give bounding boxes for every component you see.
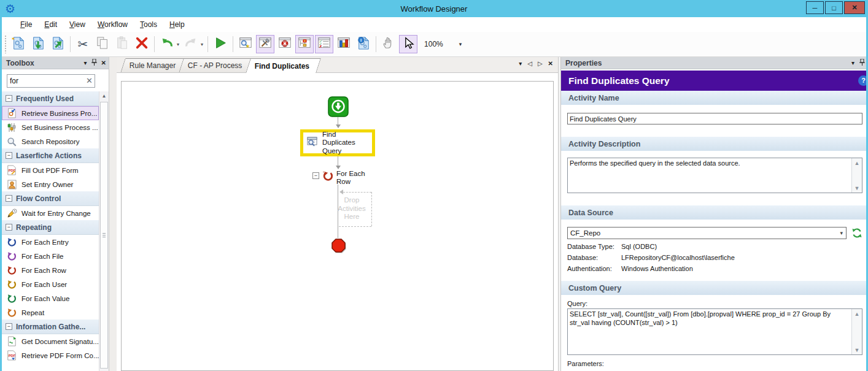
toolbar-grip[interactable] (4, 35, 7, 53)
for-each-row-node[interactable]: − For Each Row (312, 170, 365, 186)
toolbox-section-frequently-used[interactable]: −Frequently Used (2, 91, 99, 106)
undo-button-dropdown-icon[interactable]: ▾ (177, 42, 179, 47)
toolbox-item-get-document-signatu[interactable]: Get Document Signatu... (2, 334, 99, 348)
statistics-button[interactable] (335, 35, 353, 53)
cut-button[interactable]: ✂ (74, 35, 92, 53)
connector-arrow (336, 166, 341, 169)
start-node[interactable] (328, 96, 349, 120)
minimize-button[interactable]: ─ (806, 1, 824, 14)
find-duplicates-query-node[interactable]: Find Duplicates Query (300, 129, 375, 156)
run-icon (214, 36, 227, 52)
toolbox-section-repeating[interactable]: −Repeating (2, 220, 99, 235)
redo-button-dropdown-icon[interactable]: ▾ (201, 42, 203, 47)
collapse-icon[interactable]: − (6, 224, 12, 231)
toolbox-pin-icon[interactable] (91, 59, 97, 67)
toolbox-item-set-entry-owner[interactable]: Set Entry Owner (2, 177, 99, 191)
workflow-info-button[interactable]: i (354, 35, 373, 53)
search-button[interactable]: ★ (236, 35, 255, 53)
menu-file[interactable]: File (14, 18, 38, 31)
copy-button[interactable] (93, 35, 112, 53)
collapse-icon[interactable]: − (6, 323, 12, 330)
toolbox-item-fill-out-pdf-form[interactable]: PDFFill Out PDF Form (2, 163, 99, 177)
tab-cf-ap-process[interactable]: CF - AP Process (179, 58, 254, 72)
select-button[interactable] (399, 35, 417, 53)
data-source-select[interactable]: CF_Repo ▾ (567, 227, 847, 239)
tab-list-dropdown-icon[interactable]: ▾ (519, 60, 522, 67)
toolbox-section-laserfiche-actions[interactable]: −Laserfiche Actions (2, 148, 99, 163)
workflow-canvas[interactable]: Find Duplicates Query − (121, 81, 554, 371)
properties-dropdown-icon[interactable]: ▾ (851, 59, 854, 66)
toolbox-item-repeat[interactable]: Repeat (2, 305, 99, 319)
toolbox-dropdown-icon[interactable]: ▾ (84, 59, 87, 66)
scroll-down-icon[interactable]: ▼ (852, 345, 862, 354)
loop-red-icon (322, 170, 333, 184)
toolbox-close-icon[interactable]: ✕ (101, 59, 106, 66)
toolbox-item-for-each-row[interactable]: For Each Row (2, 263, 99, 277)
drop-activities-placeholder[interactable]: Drop Activities Here (324, 196, 379, 221)
tab-rule-manager[interactable]: Rule Manager (120, 58, 187, 72)
search-clear-icon[interactable]: ✕ (86, 76, 93, 85)
redo-button[interactable] (182, 35, 200, 53)
tab-close-icon[interactable]: ✕ (548, 60, 553, 67)
delete-button[interactable] (133, 35, 151, 53)
zoom-level[interactable]: 100% (424, 40, 443, 48)
collapse-icon[interactable]: − (6, 195, 12, 202)
scrollbar-thumb[interactable] (100, 102, 108, 369)
copy-icon (96, 36, 109, 52)
export-workflow-button[interactable] (48, 35, 67, 53)
menu-help[interactable]: Help (163, 18, 191, 31)
checklist-button[interactable]: ✓✓✗ (315, 35, 333, 53)
tab-scroll-right-icon[interactable]: ▷ (538, 60, 543, 67)
help-icon[interactable]: ? (858, 75, 866, 86)
menu-tools[interactable]: Tools (134, 18, 163, 31)
delete-icon (135, 36, 149, 52)
undo-button[interactable] (158, 35, 176, 53)
menu-workflow[interactable]: Workflow (91, 18, 134, 31)
toolbox-item-search-repository[interactable]: Search Repository (2, 134, 99, 148)
scroll-up-icon[interactable]: ▲ (852, 309, 862, 318)
close-button[interactable]: ✕ (844, 1, 865, 14)
tab-scroll-left-icon[interactable]: ◁ (527, 60, 532, 67)
toolbox-item-for-each-file[interactable]: For Each File (2, 249, 99, 263)
collapse-icon[interactable]: − (6, 95, 12, 102)
collapse-icon[interactable]: − (312, 172, 319, 179)
toolbox-section-flow-control[interactable]: −Flow Control (2, 191, 99, 206)
scroll-up-icon[interactable]: ▲ (852, 158, 862, 167)
collapse-icon[interactable]: − (6, 152, 12, 159)
toolbox-item-set-business-process[interactable]: Set Business Process ... (2, 120, 99, 134)
toolbox-item-retrieve-pdf-form-co[interactable]: PDFRetrieve PDF Form Co... (2, 348, 99, 362)
textarea-scrollbar[interactable]: ▲ ▼ (851, 158, 862, 193)
data-source-database-type: Database Type:Sql (ODBC) (567, 243, 866, 250)
toolbox-item-for-each-user[interactable]: For Each User (2, 277, 99, 291)
properties-pin-icon[interactable] (859, 59, 865, 67)
import-workflow-button[interactable] (29, 35, 47, 53)
run-button[interactable] (211, 35, 230, 53)
search-repository-icon (6, 136, 17, 147)
errors-button[interactable] (276, 35, 294, 53)
textarea-scrollbar[interactable]: ▲ ▼ (851, 309, 862, 354)
toolbox-scrollbar[interactable]: ▲ (99, 91, 109, 371)
refresh-icon[interactable] (851, 228, 862, 239)
paste-button[interactable] (113, 35, 131, 53)
toolbox-item-wait-for-entry-change[interactable]: Wait for Entry Change (2, 206, 99, 220)
query-textarea[interactable]: SELECT [str_val], Count([str_val]) From … (567, 308, 862, 355)
toolbox-search-input[interactable] (7, 75, 95, 87)
end-node[interactable] (330, 237, 347, 257)
pan-button[interactable] (379, 35, 398, 53)
toolbox-item-for-each-entry[interactable]: For Each Entry (2, 235, 99, 249)
maximize-button[interactable]: □ (825, 1, 843, 14)
new-workflow-button[interactable]: ✶ (9, 35, 28, 53)
activity-name-input[interactable]: Find Duplicates Query (567, 113, 862, 124)
activity-description-textarea[interactable]: Performs the specified query in the sele… (567, 158, 862, 193)
menu-view[interactable]: View (63, 18, 91, 31)
tab-find-duplicates[interactable]: Find Duplicates (246, 58, 321, 73)
scroll-down-icon[interactable]: ▼ (852, 183, 862, 193)
menu-edit[interactable]: Edit (38, 18, 63, 31)
scrollbar-up-icon[interactable]: ▲ (99, 91, 109, 101)
toolbox-section-information-gathe[interactable]: −Information Gathe... (2, 319, 99, 334)
zoom-dropdown-icon[interactable]: ▾ (459, 41, 462, 47)
toolbox-toggle-button[interactable] (256, 35, 274, 53)
designer-pane-button[interactable] (295, 35, 314, 53)
toolbox-item-for-each-value[interactable]: For Each Value (2, 291, 99, 305)
toolbox-item-retrieve-business-pro[interactable]: Retrieve Business Pro... (2, 106, 99, 120)
